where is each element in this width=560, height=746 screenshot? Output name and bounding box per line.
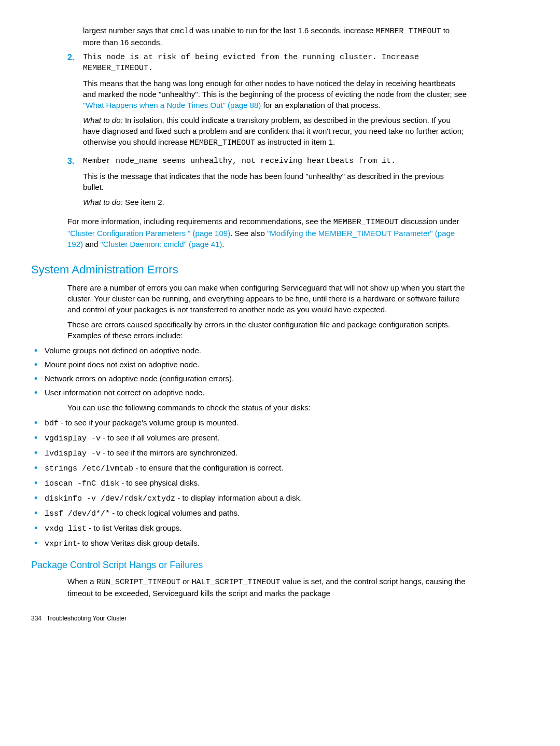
list-item: vxdg list - to list Veritas disk groups. — [31, 522, 467, 534]
error-examples-list: Volume groups not defined on adoptive no… — [31, 345, 467, 398]
text: This means that the hang was long enough… — [83, 79, 467, 99]
what-to-do: What to do: See item 2. — [83, 197, 467, 208]
page-footer: 334 Troubleshooting Your Cluster — [31, 614, 467, 623]
list-item: vgdisplay -v - to see if all volumes are… — [31, 432, 467, 444]
list-item: ioscan -fnC disk - to see physical disks… — [31, 477, 467, 489]
code-cmcld: cmcld — [170, 27, 193, 36]
command-desc: - to display information about a disk. — [175, 493, 302, 502]
footer-title: Troubleshooting Your Cluster — [47, 615, 127, 622]
code-member-timeout: MEMBER_TIMEOUT — [190, 139, 255, 147]
what-to-do: What to do: In isolation, this could ind… — [83, 115, 467, 148]
code-run-script-timeout: RUN_SCRIPT_TIMEOUT — [96, 578, 180, 587]
code-member-timeout: MEMBER_TIMEOUT — [333, 218, 399, 227]
command-desc: - to show Veritas disk group details. — [77, 538, 200, 547]
command-desc: - to see physical disks. — [119, 478, 200, 487]
item-number: 3. — [67, 156, 83, 212]
command-code: vgdisplay -v — [45, 434, 101, 443]
text: See item 2. — [123, 198, 164, 206]
code-member-timeout: MEMBER_TIMEOUT — [375, 27, 441, 36]
command-desc: - to check logical volumes and paths. — [110, 508, 240, 517]
command-desc: - to see if all volumes are present. — [101, 433, 219, 442]
item-number: 2. — [67, 52, 83, 153]
paragraph: There are a number of errors you can mak… — [67, 282, 467, 315]
paragraph: This is the message that indicates that … — [83, 171, 467, 192]
command-code: bdf — [45, 419, 59, 428]
more-info-paragraph: For more information, including requirem… — [67, 216, 467, 250]
list-item: Mount point does not exist on adoptive n… — [31, 359, 467, 370]
list-item: diskinfo -v /dev/rdsk/cxtydz - to displa… — [31, 492, 467, 504]
link-node-times-out[interactable]: "What Happens when a Node Times Out" (pa… — [83, 101, 261, 109]
list-item: strings /etc/lvmtab - to ensure that the… — [31, 462, 467, 474]
paragraph: These are errors caused specifically by … — [67, 319, 467, 341]
command-code: lssf /dev/d*/* — [45, 509, 110, 518]
link-cluster-daemon-cmcld[interactable]: "Cluster Daemon: cmcld" (page 41) — [100, 240, 222, 248]
text: largest number says that — [83, 26, 170, 35]
list-item: bdf - to see if your package's volume gr… — [31, 417, 467, 429]
code-block: Member node_name seems unhealthy, not re… — [83, 156, 467, 167]
numbered-item-3: 3. Member node_name seems unhealthy, not… — [67, 156, 467, 212]
command-code: vxprint — [45, 540, 77, 548]
text: For more information, including requirem… — [67, 217, 333, 226]
command-desc: - to see if the mirrors are synchronized… — [101, 448, 237, 457]
command-desc: - to see if your package's volume group … — [59, 418, 239, 427]
command-code: vxdg list — [45, 524, 87, 533]
list-item: lssf /dev/d*/* - to check logical volume… — [31, 507, 467, 519]
text: as instructed in item 1. — [255, 137, 335, 146]
intro-paragraph: largest number says that cmcld was unabl… — [83, 25, 467, 48]
link-cluster-config-params[interactable]: "Cluster Configuration Parameters " (pag… — [67, 229, 230, 238]
numbered-item-2: 2. This node is at risk of being evicted… — [67, 52, 467, 153]
code-block: This node is at risk of being evicted fr… — [83, 52, 467, 74]
list-item: Network errors on adoptive node (configu… — [31, 373, 467, 384]
command-desc: - to ensure that the configuration is co… — [133, 463, 283, 472]
command-desc: - to list Veritas disk groups. — [87, 523, 181, 532]
command-code: ioscan -fnC disk — [45, 479, 119, 488]
subsection-heading-package-control: Package Control Script Hangs or Failures — [31, 559, 467, 572]
command-code: strings /etc/lvmtab — [45, 464, 133, 473]
text: for an explanation of that process. — [261, 101, 380, 109]
command-code: diskinfo -v /dev/rdsk/cxtydz — [45, 494, 175, 503]
wtd-label: What to do: — [83, 198, 123, 206]
list-item: User information not correct on adoptive… — [31, 387, 467, 398]
page-number: 334 — [31, 615, 41, 622]
section-heading-system-admin-errors: System Administration Errors — [31, 262, 467, 278]
wtd-label: What to do: — [83, 116, 123, 125]
paragraph: When a RUN_SCRIPT_TIMEOUT or HALT_SCRIPT… — [67, 576, 467, 599]
text: When a — [67, 577, 96, 586]
text: discussion under — [399, 217, 459, 226]
code-halt-script-timeout: HALT_SCRIPT_TIMEOUT — [192, 578, 281, 587]
list-item: lvdisplay -v - to see if the mirrors are… — [31, 447, 467, 459]
text: . — [222, 240, 224, 248]
commands-list: bdf - to see if your package's volume gr… — [31, 417, 467, 549]
command-code: lvdisplay -v — [45, 449, 101, 458]
paragraph: This means that the hang was long enough… — [83, 78, 467, 110]
list-item: vxprint- to show Veritas disk group deta… — [31, 537, 467, 549]
list-item: Volume groups not defined on adoptive no… — [31, 345, 467, 356]
text: was unable to run for the last 1.6 secon… — [193, 26, 375, 35]
text: and — [83, 240, 100, 248]
text: . See also — [230, 229, 267, 238]
paragraph: You can use the following commands to ch… — [67, 402, 467, 413]
text: or — [180, 577, 192, 586]
